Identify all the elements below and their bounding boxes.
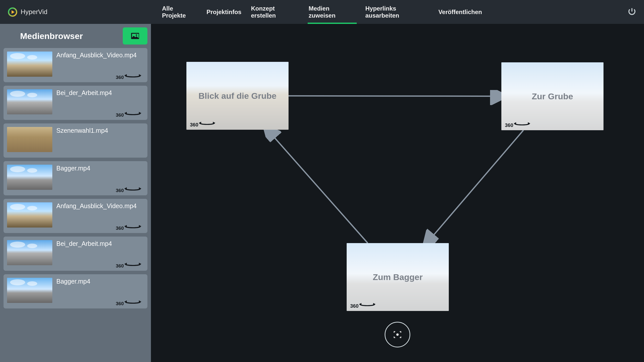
media-filename: Bagger.mp4 [52, 165, 90, 172]
media-filename: Szenenwahl1.mp4 [52, 127, 108, 134]
image-icon [130, 31, 140, 41]
media-thumbnail [7, 202, 52, 228]
media-item[interactable]: Szenenwahl1.mp4 [4, 123, 147, 158]
center-viewfinder-icon [393, 330, 402, 339]
media-thumbnail [7, 52, 52, 77]
power-icon [627, 7, 636, 16]
logo-icon [8, 7, 18, 17]
graph-node[interactable]: Zur Grube 360 [501, 62, 603, 130]
media-filename: Bei_der_Arbeit.mp4 [52, 89, 112, 97]
media-item[interactable]: Bagger.mp4 360 [4, 161, 147, 195]
media-item[interactable]: Bei_der_Arbeit.mp4 360 [4, 86, 147, 120]
brand-name: HyperVid [21, 8, 47, 16]
nav-projektinfos[interactable]: Projektinfos [206, 0, 243, 24]
media-browser-header: Medienbrowser [0, 24, 151, 48]
nav-medien-zuweisen[interactable]: Medien zuweisen [308, 0, 357, 24]
media-thumbnail [7, 89, 52, 114]
upload-media-button[interactable] [123, 27, 147, 44]
primary-nav: Alle Projekte Projektinfos Konzept erste… [161, 0, 483, 24]
nav-hyperlinks-ausarbeiten[interactable]: Hyperlinks ausarbeiten [364, 0, 430, 24]
media-list[interactable]: Anfang_Ausblick_Video.mp4 360 Bei_der_Ar… [0, 48, 151, 362]
media-item[interactable]: Anfang_Ausblick_Video.mp4 360 [4, 199, 147, 233]
graph-edge [267, 130, 368, 243]
power-button[interactable] [627, 7, 636, 17]
nav-veroeffentlichen[interactable]: Veröffentlichen [437, 0, 483, 24]
media-thumbnail [7, 165, 52, 190]
media-browser-title: Medienbrowser [20, 31, 83, 41]
topbar: HyperVid Alle Projekte Projektinfos Konz… [0, 0, 644, 24]
media-item[interactable]: Bei_der_Arbeit.mp4 360 [4, 237, 147, 271]
svg-marker-1 [12, 10, 15, 14]
graph-canvas[interactable]: Blick auf die Grube 360 Zur Grube 360 Zu… [151, 24, 644, 362]
nav-konzept-erstellen[interactable]: Konzept erstellen [250, 0, 300, 24]
media-filename: Anfang_Ausblick_Video.mp4 [52, 52, 137, 59]
center-view-button[interactable] [385, 322, 410, 347]
media-browser-panel: Medienbrowser Anfang_Ausblick_Video.mp4 … [0, 24, 151, 362]
brand-group[interactable]: HyperVid [8, 7, 47, 17]
media-filename: Anfang_Ausblick_Video.mp4 [52, 202, 137, 210]
nav-alle-projekte[interactable]: Alle Projekte [161, 0, 198, 24]
media-thumbnail [7, 240, 52, 265]
graph-node[interactable]: Zum Bagger 360 [347, 243, 449, 311]
media-filename: Bagger.mp4 [52, 278, 90, 285]
graph-edge [427, 130, 523, 243]
badge-360-icon: 360 [190, 119, 216, 128]
badge-360-icon: 360 [350, 301, 376, 309]
media-thumbnail [7, 127, 52, 152]
main-area: Medienbrowser Anfang_Ausblick_Video.mp4 … [0, 24, 644, 362]
media-item[interactable]: Bagger.mp4 360 [4, 274, 147, 308]
svg-point-20 [396, 333, 399, 336]
media-filename: Bei_der_Arbeit.mp4 [52, 240, 112, 247]
graph-edge [289, 96, 501, 96]
media-item[interactable]: Anfang_Ausblick_Video.mp4 360 [4, 48, 147, 82]
badge-360-icon: 360 [505, 120, 531, 128]
media-thumbnail [7, 278, 52, 303]
graph-node[interactable]: Blick auf die Grube 360 [186, 62, 289, 130]
